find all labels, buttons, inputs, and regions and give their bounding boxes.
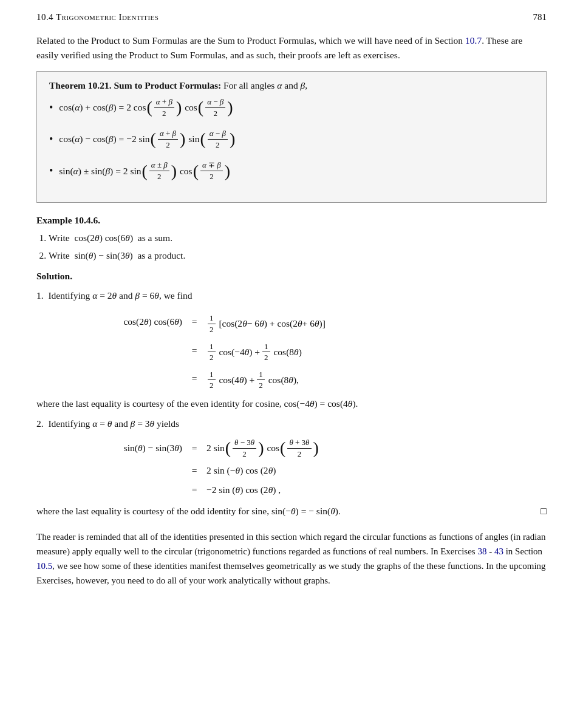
step1-rhs2: 1 2 cos(−4θ) + 1 2 cos(8θ) — [206, 338, 547, 362]
frac-3b-den: 2 — [208, 171, 216, 182]
step1-rhs1: 1 2 [cos(2θ − 6θ) + cos(2θ + 6θ)] — [206, 310, 547, 334]
step2-rhs2: 2 sin (−θ) cos (2θ) — [206, 463, 547, 478]
step2-row1: sin(θ) − sin(3θ) = 2 sin ( θ − 3θ 2 ) co… — [85, 438, 547, 458]
theorem-title: Theorem 10.21. Sum to Product Formulas: … — [49, 80, 534, 91]
footer-text: The reader is reminded that all of the i… — [36, 529, 547, 588]
math-1: cos(α) + cos(β) = 2 cos ( α + β 2 ) cos … — [59, 97, 233, 118]
page-number: 781 — [533, 12, 547, 22]
step2-eq1: = — [182, 440, 206, 456]
frac-step2-1a: θ − 3θ 2 — [233, 438, 256, 458]
step1-note: where the last equality is courtesy of t… — [36, 396, 547, 411]
step1-eq3: = — [182, 370, 206, 386]
frac-3b: α ∓ β 2 — [200, 160, 223, 181]
rparen-2a: ) — [180, 131, 185, 148]
half-frac-2b: 1 2 — [262, 342, 270, 362]
frac-3b-num: α ∓ β — [200, 160, 223, 171]
exercises-link-43[interactable]: 43 — [494, 546, 503, 556]
frac-1a: α + β 2 — [154, 97, 174, 118]
step2-rhs3: −2 sin (θ) cos (2θ) , — [206, 482, 547, 498]
example-header: Example 10.4.6. — [36, 215, 547, 226]
chapter-title: 10.4 Trigonometric Identities — [36, 12, 159, 22]
frac-1b: α − β 2 — [205, 97, 225, 118]
example-item-1: Write cos(2θ) cos(6θ) as a sum. — [49, 231, 547, 245]
theorem-label: Theorem 10.21. — [49, 80, 114, 90]
frac-1a-den: 2 — [160, 108, 168, 118]
rparen-1b: ) — [227, 99, 233, 116]
bullet-2: • — [49, 133, 53, 146]
step2-note: where the last equality is courtesy of t… — [36, 504, 547, 519]
step2-lhs1: sin(θ) − sin(3θ) — [85, 440, 182, 456]
lparen-1: ( — [146, 99, 152, 116]
frac-3a: α ± β 2 — [149, 160, 169, 181]
formula-item-1: • cos(α) + cos(β) = 2 cos ( α + β 2 ) co… — [49, 97, 534, 118]
section-link-105[interactable]: 10.5 — [36, 561, 52, 571]
step1-row3: = 1 2 cos(4θ) + 1 2 cos(8θ), — [85, 366, 547, 390]
step2-eq3: = — [182, 482, 206, 498]
theorem-box: Theorem 10.21. Sum to Product Formulas: … — [36, 71, 547, 203]
math-2: cos(α) − cos(β) = −2 sin ( α + β 2 ) sin… — [59, 129, 236, 149]
bullet-3: • — [49, 165, 53, 177]
frac-3a-num: α ± β — [149, 160, 169, 171]
step1-intro: 1. Identifying α = 2θ and β = 6θ, we fin… — [36, 288, 547, 304]
step2-align: sin(θ) − sin(3θ) = 2 sin ( θ − 3θ 2 ) co… — [85, 438, 547, 498]
solution-body: 1. Identifying α = 2θ and β = 6θ, we fin… — [36, 288, 547, 519]
rparen-3a: ) — [171, 163, 177, 180]
section-link-107[interactable]: 10.7 — [465, 35, 482, 46]
formula-item-2: • cos(α) − cos(β) = −2 sin ( α + β 2 ) s… — [49, 129, 534, 149]
frac-step2-1b: θ + 3θ 2 — [287, 438, 311, 458]
half-frac-3b: 1 2 — [257, 370, 265, 390]
step1-lhs1: cos(2θ) cos(6θ) — [85, 314, 182, 330]
rparen-1a: ) — [176, 99, 182, 116]
half-frac-1: 1 2 — [208, 313, 216, 334]
frac-2a-num: α + β — [158, 129, 178, 140]
example-list: Write cos(2θ) cos(6θ) as a sum. Write si… — [49, 231, 547, 263]
formula-item-3: • sin(α) ± sin(β) = 2 sin ( α ± β 2 ) co… — [49, 160, 534, 181]
step2-row2: = 2 sin (−θ) cos (2θ) — [85, 463, 547, 478]
lparen-1b: ( — [198, 99, 203, 116]
frac-2b: α − β 2 — [208, 129, 228, 149]
frac-1a-num: α + β — [154, 97, 174, 108]
lparen-2b: ( — [200, 131, 205, 148]
frac-2b-den: 2 — [214, 140, 222, 150]
step2-intro: 2. Identifying α = θ and β = 3θ yields — [36, 416, 547, 432]
frac-2a: α + β 2 — [158, 129, 178, 149]
step1-row2: = 1 2 cos(−4θ) + 1 2 cos(8θ) — [85, 338, 547, 362]
frac-1b-num: α − β — [205, 97, 225, 108]
step1-rhs3: 1 2 cos(4θ) + 1 2 cos(8θ), — [206, 366, 547, 390]
frac-2a-den: 2 — [164, 140, 172, 150]
theorem-name: Sum to Product Formulas: — [114, 80, 223, 90]
intro-paragraph: Related to the Product to Sum Formulas a… — [36, 33, 547, 63]
theorem-subtitle: For all angles α and β, — [223, 80, 307, 90]
frac-1b-den: 2 — [211, 108, 219, 118]
step2-eq2: = — [182, 463, 206, 478]
step1-align: cos(2θ) cos(6θ) = 1 2 [cos(2θ − 6θ) + co… — [85, 310, 547, 390]
lparen-2a: ( — [151, 131, 156, 148]
half-frac-3a: 1 2 — [208, 370, 216, 390]
qed-symbol: □ — [540, 504, 547, 519]
frac-2b-num: α − β — [208, 129, 228, 140]
step1-eq2: = — [182, 342, 206, 358]
exercises-link-38[interactable]: 38 — [477, 546, 486, 556]
rparen-3b: ) — [225, 163, 230, 180]
math-3: sin(α) ± sin(β) = 2 sin ( α ± β 2 ) cos … — [59, 160, 231, 181]
lparen-3b: ( — [193, 163, 199, 180]
step2-row3: = −2 sin (θ) cos (2θ) , — [85, 482, 547, 498]
formula-list: • cos(α) + cos(β) = 2 cos ( α + β 2 ) co… — [49, 97, 534, 182]
step1-eq1: = — [182, 314, 206, 330]
lparen-3a: ( — [141, 163, 147, 180]
frac-3a-den: 2 — [155, 171, 163, 182]
example-item-2: Write sin(θ) − sin(3θ) as a product. — [49, 248, 547, 262]
page-header: 10.4 Trigonometric Identities 781 — [36, 12, 547, 22]
rparen-2b: ) — [230, 131, 235, 148]
solution-header: Solution. — [36, 271, 547, 282]
step2-rhs1: 2 sin ( θ − 3θ 2 ) cos ( θ + 3θ 2 ) — [206, 438, 547, 458]
bullet-1: • — [49, 101, 53, 114]
half-frac-2a: 1 2 — [208, 342, 216, 362]
step1-row1: cos(2θ) cos(6θ) = 1 2 [cos(2θ − 6θ) + co… — [85, 310, 547, 334]
